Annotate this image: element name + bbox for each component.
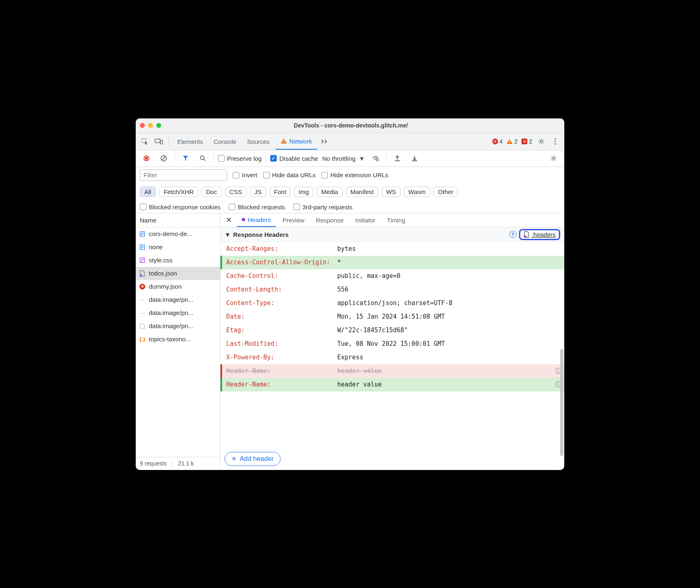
add-header-button[interactable]: + Add header	[225, 452, 280, 466]
close-icon[interactable]	[140, 123, 145, 128]
network-settings-icon[interactable]	[547, 152, 560, 165]
name-column-header[interactable]: Name	[136, 213, 220, 227]
type-filter-all[interactable]: All	[140, 187, 156, 197]
svg-rect-2	[160, 140, 162, 144]
request-row[interactable]: style.css	[136, 254, 220, 267]
filter-icon[interactable]	[179, 152, 192, 165]
header-row: Cache-Control:public, max-age=0	[220, 269, 564, 283]
search-icon[interactable]	[196, 152, 209, 165]
request-row[interactable]: todos.json	[136, 267, 220, 280]
issue-count[interactable]: ✕2	[520, 138, 534, 145]
blocked-requests-checkbox[interactable]: Blocked requests	[229, 204, 285, 211]
svg-point-15	[200, 156, 204, 160]
tab-sources[interactable]: Sources	[242, 133, 275, 150]
clear-icon[interactable]	[157, 152, 170, 165]
record-icon[interactable]	[140, 152, 153, 165]
help-icon[interactable]: ?	[509, 231, 517, 238]
request-row[interactable]: ✕dummy.json	[136, 280, 220, 293]
request-name: style.css	[149, 257, 173, 264]
tab-network[interactable]: Network	[276, 133, 317, 150]
request-type-icon	[139, 323, 146, 329]
kebab-icon[interactable]	[549, 135, 562, 148]
headers-list: Accept-Ranges:bytesAccess-Control-Allow-…	[220, 242, 564, 448]
type-filter-css[interactable]: CSS	[225, 187, 247, 197]
transfer-size: 21.1 k	[178, 460, 194, 467]
tab-preview[interactable]: Preview	[278, 213, 309, 227]
network-toolbar: Preserve log Disable cache No throttling…	[136, 150, 564, 167]
throttling-select[interactable]: No throttling▼	[322, 155, 365, 162]
scrollbar[interactable]	[560, 349, 563, 456]
filter-input[interactable]	[140, 169, 227, 181]
request-row[interactable]: —data:image/pn...	[136, 293, 220, 306]
warning-count[interactable]: 2	[505, 138, 519, 145]
request-count: 9 requests	[140, 460, 167, 467]
header-name: Etag:	[222, 326, 337, 334]
header-value: Mon, 15 Jan 2024 14:51:08 GMT	[337, 313, 555, 320]
tab-response[interactable]: Response	[311, 213, 349, 227]
svg-line-14	[162, 157, 166, 160]
header-row: Accept-Ranges:bytes	[220, 242, 564, 256]
header-value: Tue, 08 Nov 2022 15:00:01 GMT	[337, 340, 555, 347]
type-filter-js[interactable]: JS	[250, 187, 267, 197]
minimize-icon[interactable]	[148, 123, 153, 128]
third-party-checkbox[interactable]: 3rd-party requests	[293, 204, 352, 211]
request-row[interactable]: data:image/pn...	[136, 319, 220, 333]
type-filter-other[interactable]: Other	[433, 187, 458, 197]
header-value: W/"22c-18457c15d68"	[337, 326, 555, 334]
inspect-icon[interactable]	[138, 135, 151, 148]
type-filter-manifest[interactable]: Manifest	[346, 187, 378, 197]
header-value: Express	[337, 354, 555, 361]
header-name: X-Powered-By:	[222, 354, 337, 361]
zoom-icon[interactable]	[156, 123, 161, 128]
hide-data-urls-checkbox[interactable]: Hide data URLs	[263, 171, 316, 178]
close-detail-icon[interactable]: ✕	[222, 213, 235, 227]
header-value: header value	[337, 381, 555, 388]
preserve-log-checkbox[interactable]: Preserve log	[218, 155, 262, 162]
request-row[interactable]: {;}topics-taxono...	[136, 333, 220, 346]
blocked-cookies-checkbox[interactable]: Blocked response cookies	[140, 204, 220, 211]
request-name: dummy.json	[149, 283, 182, 290]
svg-point-8	[554, 138, 556, 139]
header-name: Access-Control-Allow-Origin:	[222, 259, 337, 266]
hide-extension-urls-checkbox[interactable]: Hide extension URLs	[321, 171, 388, 178]
tab-headers[interactable]: Headers	[237, 213, 276, 227]
detail-panel: ✕ Headers Preview Response Initiator Tim…	[220, 213, 564, 470]
request-row[interactable]: —data:image/pn...	[136, 306, 220, 319]
header-name: Accept-Ranges:	[222, 245, 337, 252]
tab-timing[interactable]: Timing	[382, 213, 410, 227]
tab-initiator[interactable]: Initiator	[350, 213, 380, 227]
import-har-icon[interactable]	[391, 152, 404, 165]
header-value: bytes	[337, 245, 555, 252]
headers-override-file[interactable]: .headers	[519, 229, 560, 240]
type-filter-fetchxhr[interactable]: Fetch/XHR	[159, 187, 198, 197]
request-row[interactable]: cors-demo-de...	[136, 227, 220, 241]
settings-icon[interactable]	[535, 135, 548, 148]
svg-point-29	[524, 236, 526, 238]
network-conditions-icon[interactable]	[369, 152, 382, 165]
svg-rect-12	[145, 157, 148, 160]
type-filter-font[interactable]: Font	[269, 187, 291, 197]
type-filter-ws[interactable]: WS	[382, 187, 401, 197]
request-type-icon: {;}	[139, 336, 146, 343]
device-icon[interactable]	[152, 135, 165, 148]
request-row[interactable]: none	[136, 241, 220, 254]
type-filter-media[interactable]: Media	[317, 187, 343, 197]
tab-console[interactable]: Console	[209, 133, 241, 150]
detail-tabs: ✕ Headers Preview Response Initiator Tim…	[220, 213, 564, 227]
response-headers-section[interactable]: ▼ Response Headers ? .headers	[220, 227, 564, 242]
type-filter-wasm[interactable]: Wasm	[404, 187, 430, 197]
header-name: Header-Name:	[222, 367, 337, 375]
request-name: data:image/pn...	[149, 296, 193, 303]
header-row: Content-Type:application/json; charset=U…	[220, 296, 564, 310]
invert-checkbox[interactable]: Invert	[233, 171, 257, 178]
section-title: Response Headers	[233, 231, 289, 238]
export-har-icon[interactable]	[408, 152, 421, 165]
type-filter-img[interactable]: Img	[294, 187, 313, 197]
request-name: topics-taxono...	[149, 336, 191, 343]
disable-cache-checkbox[interactable]: Disable cache	[270, 155, 318, 162]
type-filter-doc[interactable]: Doc	[202, 187, 222, 197]
header-name: Content-Length:	[222, 286, 337, 293]
error-count[interactable]: ✕4	[491, 138, 505, 145]
more-tabs-icon[interactable]	[318, 135, 331, 148]
tab-elements[interactable]: Elements	[172, 133, 208, 150]
